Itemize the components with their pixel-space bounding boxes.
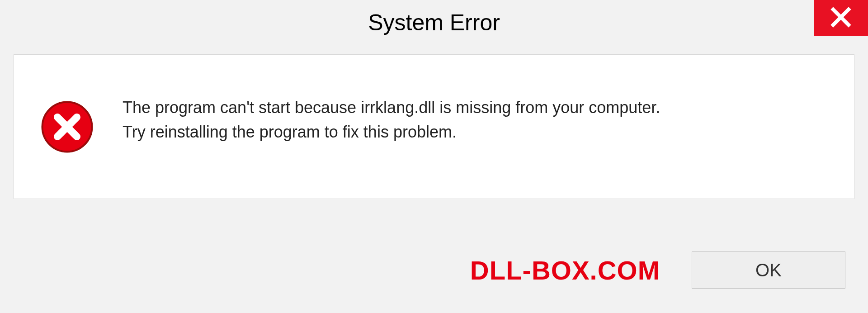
dialog-message-line1: The program can't start because irrklang… (123, 95, 836, 120)
error-icon (41, 101, 93, 153)
close-icon (830, 7, 851, 29)
dialog-content-panel: The program can't start because irrklang… (14, 54, 854, 199)
dialog-message: The program can't start because irrklang… (123, 95, 836, 158)
watermark-text: DLL-BOX.COM (470, 255, 660, 285)
ok-button[interactable]: OK (692, 251, 845, 289)
dialog-title: System Error (368, 9, 500, 36)
close-button[interactable] (814, 0, 868, 36)
dialog-footer: DLL-BOX.COM OK (0, 236, 868, 313)
dialog-message-line2: Try reinstalling the program to fix this… (123, 120, 836, 144)
dialog-titlebar: System Error (0, 0, 868, 45)
